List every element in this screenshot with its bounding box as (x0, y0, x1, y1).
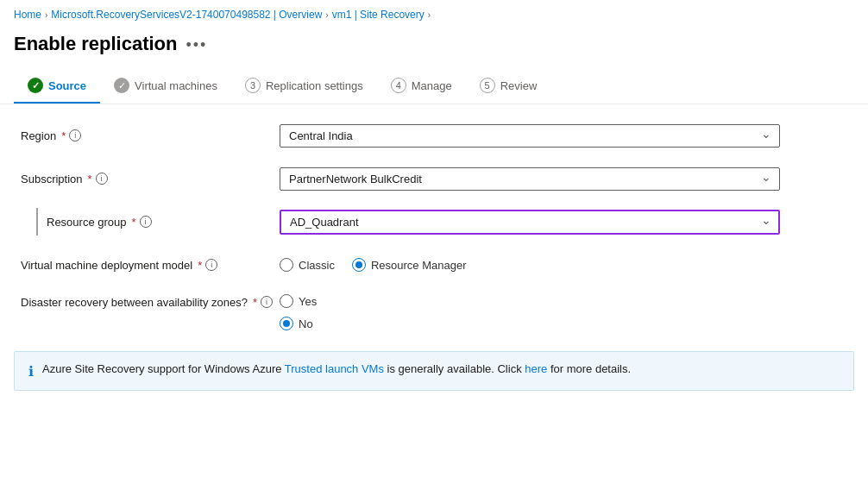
more-options-button[interactable]: ••• (186, 36, 208, 54)
deployment-model-radio-group: Classic Resource Manager (280, 258, 780, 272)
subscription-control: PartnerNetwork BulkCredit (280, 167, 780, 191)
dr-required: * (253, 296, 257, 309)
tab-virtual-machines[interactable]: ✓ Virtual machines (100, 69, 231, 104)
breadcrumb-vm[interactable]: vm1 | Site Recovery (332, 9, 425, 21)
region-label: Region * i (21, 129, 280, 142)
resource-group-label: Resource group * i (47, 216, 152, 229)
dr-yes-label: Yes (299, 295, 317, 308)
region-control: Central India (280, 124, 780, 148)
tab-replication-label: Replication settings (266, 79, 363, 92)
deployment-model-row: Virtual machine deployment model * i Cla… (21, 251, 847, 279)
resource-manager-radio-circle (352, 258, 366, 272)
info-banner: ℹ Azure Site Recovery support for Window… (14, 351, 854, 391)
subscription-required: * (88, 173, 92, 185)
classic-label: Classic (299, 259, 335, 272)
page-title: Enable replication (14, 33, 178, 55)
deployment-resource-manager-option[interactable]: Resource Manager (352, 258, 467, 272)
info-banner-icon: ℹ (28, 363, 34, 380)
region-select[interactable]: Central India (280, 124, 780, 148)
breadcrumb-chevron-2: › (325, 10, 328, 20)
region-required: * (61, 129, 66, 142)
classic-radio-circle (280, 258, 293, 272)
dr-no-label: No (299, 317, 313, 330)
disaster-recovery-row: Disaster recovery between availability z… (21, 294, 847, 330)
page-header: Enable replication ••• (0, 26, 868, 69)
tab-bar: ✓ Source ✓ Virtual machines 3 Replicatio… (0, 69, 868, 104)
subscription-select[interactable]: PartnerNetwork BulkCredit (280, 167, 780, 191)
dr-yes-circle (280, 294, 293, 308)
dr-radio-group: Yes No (280, 294, 780, 330)
form-area: Region * i Central India Subscription * … (0, 122, 868, 330)
resource-group-control: AD_Quadrant (280, 210, 780, 235)
breadcrumb-home[interactable]: Home (14, 9, 41, 21)
subscription-info-icon[interactable]: i (96, 173, 108, 185)
replication-number-icon: 3 (245, 78, 261, 93)
deployment-model-info-icon[interactable]: i (205, 259, 217, 271)
resource-group-label-area: Resource group * i (21, 208, 280, 236)
region-row: Region * i Central India (21, 122, 847, 149)
breadcrumb-recovery[interactable]: Microsoft.RecoveryServicesV2-17400704985… (51, 9, 322, 21)
here-link[interactable]: here (525, 362, 547, 375)
region-info-icon[interactable]: i (69, 129, 81, 141)
resource-group-select[interactable]: AD_Quadrant (280, 210, 780, 235)
disaster-recovery-label: Disaster recovery between availability z… (21, 294, 280, 309)
deployment-model-label: Virtual machine deployment model * i (21, 259, 280, 272)
resource-group-row: Resource group * i AD_Quadrant (21, 208, 847, 236)
indent-line (36, 208, 38, 236)
dr-no-circle (280, 317, 293, 330)
subscription-label: Subscription * i (21, 173, 280, 185)
deployment-model-required: * (198, 259, 202, 272)
tab-manage[interactable]: 4 Manage (377, 69, 466, 104)
info-banner-text: Azure Site Recovery support for Windows … (42, 362, 631, 375)
tab-source-label: Source (48, 79, 86, 92)
dr-info-icon[interactable]: i (261, 296, 273, 308)
tab-vm-label: Virtual machines (135, 79, 217, 92)
resource-group-select-wrapper: AD_Quadrant (280, 210, 780, 235)
dr-yes-option[interactable]: Yes (280, 294, 780, 308)
source-check-icon: ✓ (28, 78, 43, 93)
vm-check-icon: ✓ (114, 78, 129, 93)
tab-review[interactable]: 5 Review (466, 69, 551, 104)
tab-replication-settings[interactable]: 3 Replication settings (231, 69, 377, 104)
subscription-row: Subscription * i PartnerNetwork BulkCred… (21, 165, 847, 192)
trusted-launch-link[interactable]: Trusted launch VMs (285, 362, 384, 375)
tab-source[interactable]: ✓ Source (14, 69, 100, 104)
resource-group-info-icon[interactable]: i (140, 216, 152, 228)
tab-manage-label: Manage (412, 79, 452, 92)
disaster-recovery-control: Yes No (280, 294, 780, 330)
breadcrumb-chevron-1: › (45, 10, 47, 20)
manage-number-icon: 4 (391, 78, 406, 93)
review-number-icon: 5 (480, 78, 495, 93)
region-select-wrapper: Central India (280, 124, 780, 148)
breadcrumb-chevron-3: › (428, 10, 431, 20)
deployment-model-control: Classic Resource Manager (280, 258, 780, 272)
resource-manager-label: Resource Manager (371, 259, 467, 272)
deployment-classic-option[interactable]: Classic (280, 258, 335, 272)
subscription-select-wrapper: PartnerNetwork BulkCredit (280, 167, 780, 191)
dr-no-option[interactable]: No (280, 317, 780, 330)
breadcrumb: Home › Microsoft.RecoveryServicesV2-1740… (0, 0, 868, 26)
resource-group-required: * (132, 216, 136, 229)
tab-review-label: Review (500, 79, 538, 92)
